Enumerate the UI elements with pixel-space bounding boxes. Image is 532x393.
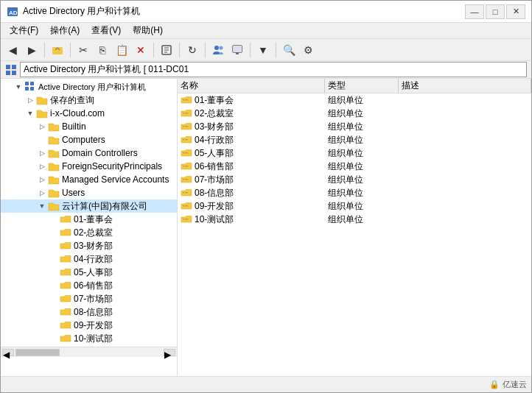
tree-item-07[interactable]: 07-市场部: [1, 292, 177, 305]
list-row[interactable]: 07-市场部组织单位: [178, 173, 531, 186]
svg-rect-24: [185, 99, 188, 101]
expander-empty: [48, 319, 60, 331]
tree-item-10[interactable]: 10-测试部: [1, 332, 177, 345]
list-cell-name-text: 04-行政部: [195, 134, 234, 146]
ou-folder-icon: [181, 121, 192, 132]
back-button[interactable]: ◀: [4, 41, 21, 59]
expander[interactable]: ▼: [24, 107, 36, 119]
tree-item-03[interactable]: 03-财务部: [1, 239, 177, 252]
svg-point-9: [220, 46, 223, 49]
user-button[interactable]: [209, 41, 227, 59]
expander[interactable]: ▼: [36, 200, 48, 212]
filter-button[interactable]: ▼: [254, 41, 272, 59]
cut-button[interactable]: ✂: [74, 41, 92, 59]
watermark-icon: 🔒: [489, 380, 500, 389]
close-button[interactable]: ✕: [506, 4, 525, 19]
hscroll-right[interactable]: ▶: [164, 349, 175, 356]
tree-item-02[interactable]: 02-总裁室: [1, 226, 177, 239]
ou-folder-icon: [181, 200, 192, 212]
status-bar: 🔒 亿速云: [1, 376, 531, 392]
svg-rect-21: [30, 87, 34, 91]
expander[interactable]: ▷: [36, 121, 48, 132]
forward-button[interactable]: ▶: [23, 41, 41, 59]
ou-folder-icon: [181, 213, 192, 225]
list-row[interactable]: 02-总裁室组织单位: [178, 107, 531, 120]
list-row[interactable]: 10-测试部组织单位: [178, 213, 531, 226]
list-cell-type: 组织单位: [325, 200, 399, 213]
window-title: Active Directory 用户和计算机: [23, 5, 140, 18]
computer-button[interactable]: [228, 41, 246, 59]
list-row[interactable]: 04-行政部组织单位: [178, 133, 531, 146]
minimize-button[interactable]: —: [465, 4, 484, 19]
list-row[interactable]: 03-财务部组织单位: [178, 120, 531, 133]
maximize-button[interactable]: □: [486, 4, 505, 19]
tree-item-09[interactable]: 09-开发部: [1, 319, 177, 332]
tree-item-users[interactable]: ▷ Users: [1, 186, 177, 199]
copy-button[interactable]: ⎘: [94, 41, 111, 59]
folder-managed-icon: [48, 174, 60, 185]
left-panel-hscroll[interactable]: ◀ ▶: [1, 347, 177, 357]
menu-view[interactable]: 查看(V): [85, 23, 127, 38]
tree-item-04[interactable]: 04-行政部: [1, 252, 177, 266]
svg-rect-23: [183, 99, 184, 101]
paste-button[interactable]: 📋: [113, 41, 130, 59]
tree-item-root[interactable]: ▼ Active Directory 用户和计算机: [1, 80, 177, 93]
delete-button[interactable]: ✕: [132, 41, 150, 59]
window-icon: AD: [7, 6, 18, 18]
tree-item-builtin[interactable]: ▷ Builtin: [1, 120, 177, 133]
hscroll-thumb[interactable]: [15, 349, 60, 356]
refresh-button[interactable]: ↻: [183, 41, 201, 59]
list-body: 01-董事会组织单位02-总裁室组织单位03-财务部组织单位04-行政部组织单位…: [178, 93, 531, 376]
menu-help[interactable]: 帮助(H): [127, 23, 169, 38]
tree-item-computers[interactable]: Computers: [1, 133, 177, 146]
col-header-name[interactable]: 名称: [178, 79, 325, 93]
list-row[interactable]: 06-销售部组织单位: [178, 160, 531, 173]
svg-rect-34: [185, 166, 188, 167]
folder-01-icon: [60, 213, 71, 225]
expander[interactable]: ▷: [36, 187, 48, 199]
tree-item-domain-controllers[interactable]: ▷ Domain Controllers: [1, 146, 177, 160]
tree-item-06[interactable]: 06-销售部: [1, 279, 177, 292]
list-cell-name: 08-信息部: [178, 187, 325, 199]
tree-item-ix-cloud[interactable]: ▼ i-x-Cloud.com: [1, 107, 177, 120]
toolbar-sep-5: [205, 43, 206, 57]
expander-empty: [48, 293, 60, 305]
tree-item-saved-queries[interactable]: ▷ 保存的查询: [1, 93, 177, 107]
expander[interactable]: ▷: [36, 160, 48, 172]
list-cell-name-text: 07-市场部: [195, 174, 234, 186]
tree-item-managed[interactable]: ▷ Managed Service Accounts: [1, 173, 177, 186]
properties-button[interactable]: [158, 41, 175, 59]
expander[interactable]: ▷: [36, 174, 48, 185]
folder-04-icon: [60, 253, 71, 265]
tree-item-yunjisuan[interactable]: ▼ 云计算(中国)有限公司: [1, 199, 177, 213]
settings-button[interactable]: ⚙: [299, 41, 317, 59]
ou-folder-icon: [181, 160, 192, 172]
tree-item-foreign[interactable]: ▷ ForeignSecurityPrincipals: [1, 160, 177, 173]
expander[interactable]: ▼: [13, 81, 24, 93]
tree-item-08[interactable]: 08-信息部: [1, 305, 177, 319]
ou-folder-icon: [181, 134, 192, 146]
toolbar: ◀ ▶ ✂ ⎘ 📋 ✕ ↻ ▼ 🔍 ⚙: [1, 39, 531, 61]
folder-up-button[interactable]: [49, 41, 66, 59]
expander[interactable]: ▷: [36, 147, 48, 159]
list-row[interactable]: 01-董事会组织单位: [178, 93, 531, 107]
list-row[interactable]: 09-开发部组织单位: [178, 199, 531, 213]
tree-item-05[interactable]: 05-人事部: [1, 266, 177, 279]
col-header-desc[interactable]: 描述: [399, 79, 531, 93]
menu-action[interactable]: 操作(A): [44, 23, 85, 38]
list-row[interactable]: 08-信息部组织单位: [178, 186, 531, 199]
svg-rect-28: [185, 126, 188, 127]
svg-rect-25: [183, 113, 184, 114]
svg-rect-18: [25, 82, 29, 85]
find-button[interactable]: 🔍: [280, 41, 298, 59]
hscroll-left[interactable]: ◀: [2, 349, 14, 356]
expander[interactable]: ▷: [24, 94, 36, 106]
svg-rect-16: [6, 71, 10, 75]
folder-computers-icon: [48, 134, 60, 146]
list-row[interactable]: 05-人事部组织单位: [178, 146, 531, 160]
menu-file[interactable]: 文件(F): [4, 23, 44, 38]
folder-08-icon: [60, 306, 71, 318]
col-header-type[interactable]: 类型: [325, 79, 399, 93]
svg-rect-31: [183, 152, 184, 154]
tree-item-01[interactable]: 01-董事会: [1, 213, 177, 226]
